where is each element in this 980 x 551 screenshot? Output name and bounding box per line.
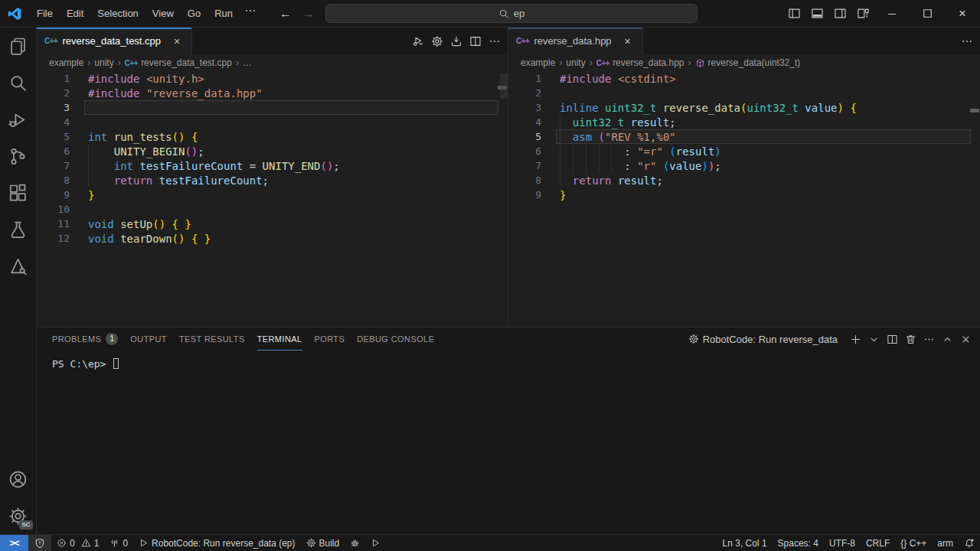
token [656, 102, 662, 114]
token: tearDown [120, 233, 172, 245]
breadcrumb-item[interactable]: … [243, 57, 252, 68]
token [592, 131, 598, 143]
tab-close-icon[interactable]: × [170, 34, 184, 48]
activity-run-and-debug[interactable] [0, 101, 37, 138]
activity-extensions[interactable] [0, 174, 37, 211]
status-cursor-position[interactable]: Ln 3, Col 1 [717, 535, 773, 551]
breadcrumb-item[interactable]: unity [566, 57, 585, 68]
menu-run[interactable]: Run [207, 5, 240, 23]
status-play[interactable] [365, 535, 386, 551]
close-window-button[interactable]: × [945, 0, 980, 27]
panel-tab-ports[interactable]: PORTS [315, 328, 345, 350]
toggle-secondary-sidebar-icon[interactable] [830, 4, 850, 24]
breadcrumb-item[interactable]: example [49, 57, 83, 68]
status-encoding[interactable]: UTF-8 [824, 535, 861, 551]
line-text: : "r" (value)); [541, 160, 721, 172]
panel-tab-debug-console[interactable]: DEBUG CONSOLE [357, 328, 434, 350]
panel-tab-label: OUTPUT [130, 334, 167, 344]
line-number: 5 [37, 131, 70, 142]
status-bar-left: ><010RobotCode: Run reverse_data (ep)Bui… [0, 535, 386, 551]
line-number: 4 [37, 116, 70, 128]
status-target[interactable]: arm [932, 535, 959, 551]
activity-cmake-tools[interactable] [0, 248, 37, 285]
code-line: 3 [37, 100, 508, 115]
remote-indicator[interactable]: >< [0, 535, 28, 551]
more-icon[interactable] [486, 33, 503, 50]
trash-icon[interactable] [902, 331, 919, 347]
terminal-selector[interactable]: RobotCode: Run reverse_data [688, 334, 838, 345]
tab-reverse_data.hpp[interactable]: C++reverse_data.hpp× [508, 28, 643, 54]
code-editor[interactable]: 1#include <unity.h>2#include "reverse_da… [37, 71, 508, 327]
bell-icon [964, 538, 975, 549]
breadcrumb-item[interactable]: C++reverse_data_test.cpp [125, 57, 232, 68]
status-indentation[interactable]: Spaces: 4 [773, 535, 824, 551]
command-center-search[interactable]: ep [325, 4, 697, 23]
breadcrumb-label: example [521, 57, 555, 68]
status-eol[interactable]: CRLF [861, 535, 895, 551]
activity-source-control[interactable] [0, 138, 37, 174]
profile-badge: SC [19, 520, 32, 530]
line-text: int testFailureCount = UNITY_END(); [70, 160, 340, 172]
code-editor[interactable]: 1#include <cstdint>23inline uint32_t rev… [508, 71, 980, 327]
run-tests-dropdown-icon[interactable] [410, 33, 426, 50]
more-icon[interactable] [920, 331, 937, 347]
panel-tab-test-results[interactable]: TEST RESULTS [179, 328, 245, 350]
toggle-panel-icon[interactable] [807, 4, 827, 24]
error-icon [57, 538, 67, 548]
activity-search[interactable] [0, 64, 37, 101]
menu-selection[interactable]: Selection [90, 5, 145, 23]
back-arrow-icon[interactable]: ← [278, 6, 293, 21]
breadcrumb-item[interactable]: unity [94, 57, 113, 68]
minimize-button[interactable]: ─ [874, 0, 910, 27]
gear-icon[interactable] [429, 33, 446, 50]
status-robotcode-run[interactable]: RobotCode: Run reverse_data (ep) [133, 535, 300, 551]
chevron-up-icon[interactable] [939, 331, 956, 347]
token [88, 174, 114, 187]
breadcrumb-item[interactable]: C++reverse_data.hpp [596, 57, 684, 68]
panel-tab-terminal[interactable]: TERMINAL [257, 328, 302, 350]
activity-accounts[interactable] [0, 461, 37, 497]
menu-go[interactable]: Go [181, 5, 207, 23]
menu-overflow-icon[interactable] [244, 5, 256, 17]
breadcrumb-item[interactable]: example [521, 57, 555, 68]
token: #include [560, 73, 611, 85]
workspace-trust-item[interactable] [28, 535, 51, 551]
panel-tab-output[interactable]: OUTPUT [130, 328, 167, 350]
activity-explorer[interactable] [0, 28, 37, 64]
status-notifications[interactable] [959, 535, 980, 551]
scrollbar-thumb[interactable] [500, 73, 508, 99]
token [185, 233, 191, 245]
chevron-down-icon[interactable] [865, 331, 882, 347]
tab-reverse_data_test.cpp[interactable]: C++reverse_data_test.cpp× [37, 28, 192, 54]
status-ports[interactable]: 0 [104, 535, 133, 551]
customize-layout-icon[interactable] [853, 4, 873, 24]
menu-edit[interactable]: Edit [60, 5, 90, 23]
terminal-content[interactable]: PS C:\ep> [37, 350, 980, 534]
accounts-icon [8, 470, 28, 489]
menu-file[interactable]: File [30, 5, 60, 23]
panel-tab-problems[interactable]: PROBLEMS1 [52, 328, 118, 350]
toggle-sidebar-icon[interactable] [784, 4, 804, 24]
status-language-mode[interactable]: {} C++ [895, 535, 932, 551]
token [107, 131, 113, 143]
forward-arrow-icon[interactable]: → [301, 6, 316, 21]
status-build[interactable]: Build [301, 535, 345, 551]
status-debug[interactable] [345, 535, 365, 551]
token: ; [669, 116, 675, 129]
status-problems[interactable]: 01 [51, 535, 104, 551]
maximize-button[interactable] [910, 0, 945, 27]
breadcrumb-item[interactable]: reverse_data(uint32_t) [695, 57, 801, 68]
export-icon[interactable] [448, 33, 465, 50]
menu-view[interactable]: View [145, 5, 181, 23]
plus-icon[interactable] [847, 331, 864, 347]
token [560, 160, 624, 172]
token: ) [838, 102, 844, 114]
tab-close-icon[interactable]: × [621, 34, 635, 48]
split-editor-icon[interactable] [884, 331, 900, 347]
split-editor-icon[interactable] [467, 33, 484, 50]
activity-testing[interactable] [0, 211, 37, 248]
close-icon[interactable] [957, 331, 974, 347]
code-line: 3inline uint32_t reverse_data(uint32_t v… [508, 100, 980, 115]
activity-settings[interactable]: SC [0, 497, 37, 534]
more-icon[interactable] [959, 33, 975, 50]
